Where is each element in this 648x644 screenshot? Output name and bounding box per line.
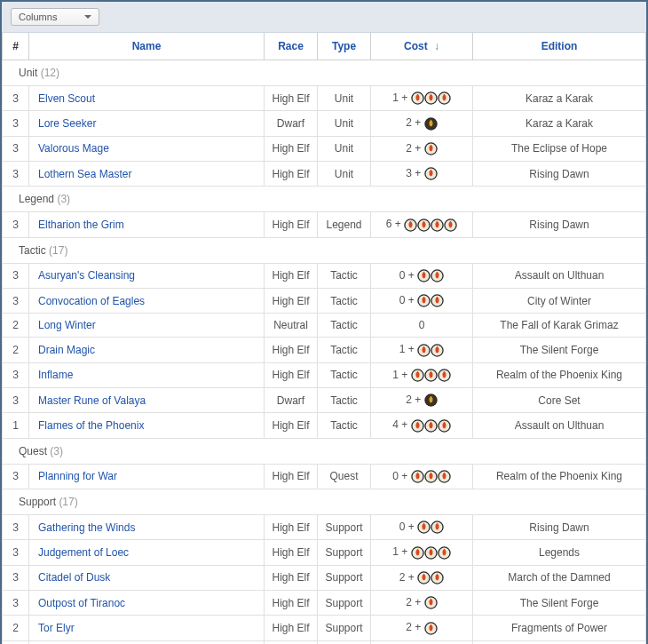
columns-dropdown[interactable]: Columns (11, 8, 99, 26)
cell-race: High Elf (265, 338, 318, 362)
cell-type: Legend (318, 212, 371, 237)
flame-resource-icon (438, 419, 451, 433)
table-row: 3 Gathering the Winds High Elf Support 0… (3, 514, 646, 539)
card-link[interactable]: Planning for War (38, 470, 117, 482)
card-link[interactable]: Lore Seeker (38, 117, 96, 130)
table-row: 3 Judgement of Loec High Elf Support 1 +… (3, 540, 646, 565)
flame-resource-icon (424, 470, 438, 483)
card-link[interactable]: Outpost of Tiranoc (38, 597, 125, 609)
cell-qty: 2 (3, 616, 29, 640)
card-link[interactable]: Judgement of Loec (38, 546, 129, 559)
cell-type: Support (318, 565, 371, 590)
cell-edition: Realm of the Phoenix King (473, 640, 646, 644)
group-count: (17) (49, 244, 67, 257)
flame-resource-icon (424, 91, 438, 105)
cell-race: High Elf (265, 86, 318, 111)
chevron-down-icon (84, 15, 91, 19)
cell-qty: 3 (3, 161, 29, 186)
group-header[interactable]: Quest (3) (3, 438, 646, 464)
cell-race: Dwarf (265, 111, 318, 136)
cell-edition: Fragments of Power (473, 616, 646, 640)
cell-race: Dwarf (265, 387, 318, 412)
card-link[interactable]: Asuryan's Cleansing (38, 269, 135, 282)
table-row: 3 Valorous Mage High Elf Unit 2 + The Ec… (3, 136, 646, 161)
cell-name: Master Rune of Valaya (29, 387, 265, 412)
card-link[interactable]: Drain Magic (38, 344, 95, 356)
cell-type: Tactic (318, 314, 371, 338)
cell-qty: 3 (3, 263, 29, 288)
cell-edition: Realm of the Phoenix King (473, 362, 646, 387)
cell-edition: Rising Dawn (473, 161, 646, 186)
card-table-panel: Columns # Name Race Type Cost ↓ Edition … (0, 0, 648, 644)
cell-qty: 3 (3, 212, 29, 237)
table-row: 3 Asuryan's Cleansing High Elf Tactic 0 … (3, 263, 646, 288)
cell-cost: 3 + (371, 161, 473, 186)
cell-type: Unit (318, 111, 371, 136)
cell-edition: Core Set (473, 387, 646, 412)
card-link[interactable]: Citadel of Dusk (38, 571, 110, 584)
cell-type: Tactic (318, 338, 371, 362)
cost-number: 1 + (392, 545, 407, 558)
card-link[interactable]: Inflame (38, 369, 73, 381)
cell-cost: 4 + (371, 413, 473, 438)
card-link[interactable]: Master Rune of Valaya (38, 394, 146, 407)
cell-race: Neutral (265, 314, 318, 338)
cell-cost: 1 + (371, 86, 473, 111)
cell-name: Eataine Warroom (29, 640, 265, 644)
cell-type: Support (318, 640, 371, 644)
flame-resource-icon (411, 419, 424, 433)
flame-resource-icon (417, 294, 431, 307)
cell-name: Elven Scout (29, 86, 265, 111)
flame-resource-icon (404, 219, 417, 232)
card-link[interactable]: Elven Scout (38, 92, 95, 105)
cell-name: Lore Seeker (29, 111, 265, 136)
card-link[interactable]: Eltharion the Grim (38, 219, 124, 231)
cost-number: 3 + (406, 167, 421, 179)
cell-qty: 2 (3, 338, 29, 362)
cell-race: High Elf (265, 565, 318, 590)
flame-resource-icon (411, 91, 424, 105)
flame-resource-icon (411, 470, 424, 483)
flame-resource-icon (438, 470, 451, 483)
cell-type: Tactic (318, 387, 371, 412)
cost-number: 0 (419, 319, 425, 331)
card-link[interactable]: Valorous Mage (38, 142, 109, 155)
col-race[interactable]: Race (265, 33, 318, 60)
cell-race: High Elf (265, 616, 318, 640)
cost-number: 2 + (406, 116, 421, 129)
card-link[interactable]: Flames of the Phoenix (38, 419, 144, 432)
cost-number: 2 + (406, 394, 421, 406)
cell-cost: 2 + (371, 111, 473, 136)
card-link[interactable]: Tor Elyr (38, 622, 75, 634)
col-name[interactable]: Name (29, 33, 265, 60)
flame-resource-icon (417, 344, 431, 357)
cell-edition: Assault on Ulthuan (473, 263, 646, 288)
group-count: (3) (57, 193, 70, 205)
cost-number: 2 + (406, 596, 421, 608)
card-table: # Name Race Type Cost ↓ Edition Unit (12… (2, 33, 646, 644)
cell-edition: The Eclipse of Hope (473, 136, 646, 161)
cost-number: 2 + (406, 142, 421, 155)
group-header[interactable]: Support (17) (3, 489, 646, 514)
card-link[interactable]: Convocation of Eagles (38, 295, 145, 307)
cell-edition: Rising Dawn (473, 212, 646, 237)
group-header[interactable]: Tactic (17) (3, 237, 646, 263)
table-row: 3 Eltharion the Grim High Elf Legend 6 +… (3, 212, 646, 237)
col-cost[interactable]: Cost ↓ (371, 33, 473, 60)
cell-qty: 3 (3, 387, 29, 412)
col-qty[interactable]: # (3, 33, 29, 60)
card-link[interactable]: Gathering the Winds (38, 521, 135, 534)
cell-cost: 0 + (371, 288, 473, 313)
cost-number: 1 + (392, 369, 407, 381)
group-label: Quest (19, 445, 47, 457)
table-row: 3 Master Rune of Valaya Dwarf Tactic 2 +… (3, 387, 646, 412)
cell-qty: 2 (3, 314, 29, 338)
cell-type: Support (318, 514, 371, 539)
card-link[interactable]: Long Winter (38, 319, 96, 331)
col-edition[interactable]: Edition (473, 33, 646, 60)
group-header[interactable]: Legend (3) (3, 187, 646, 212)
cost-number: 0 + (399, 294, 415, 306)
col-type[interactable]: Type (318, 33, 371, 60)
card-link[interactable]: Lothern Sea Master (38, 168, 131, 180)
group-header[interactable]: Unit (12) (3, 60, 646, 86)
